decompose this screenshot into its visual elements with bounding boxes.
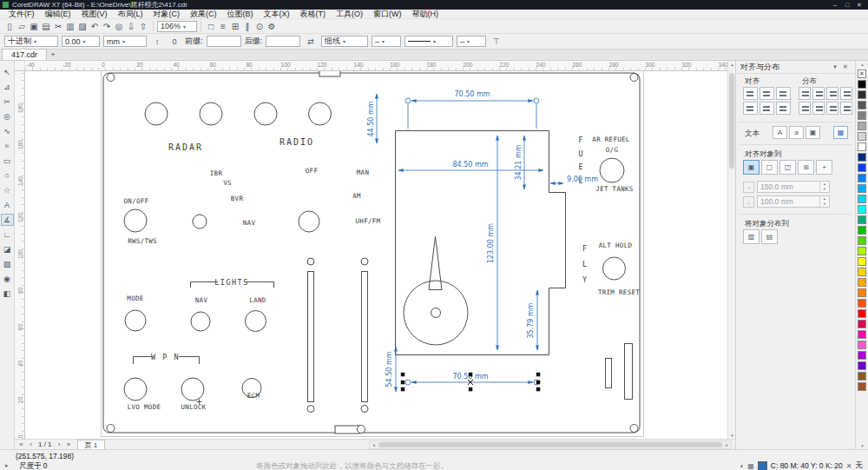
gauge-circle[interactable]	[404, 281, 468, 345]
new-document-icon[interactable]: ▯	[3, 20, 16, 32]
dimension-style-combo[interactable]: 十进制	[4, 36, 58, 47]
color-swatch[interactable]	[858, 101, 866, 109]
text-options-button[interactable]: ▦	[833, 126, 848, 139]
dimension-anchor[interactable]	[405, 380, 411, 385]
dynamic-dimensioning-toggle[interactable]: ⇄	[304, 36, 318, 48]
document-tab-417[interactable]: 417.cdr	[2, 49, 47, 60]
dim-inner-width[interactable]: 84.50 mm	[452, 161, 488, 169]
panel-top-notch[interactable]	[319, 71, 340, 76]
next-page-button[interactable]: ›	[55, 440, 64, 448]
panel-label[interactable]: OFF	[306, 167, 319, 175]
color-swatch[interactable]	[858, 382, 866, 391]
panel-label[interactable]: NAV	[195, 296, 208, 304]
color-swatch[interactable]	[858, 341, 866, 349]
horizontal-scroll-thumb[interactable]	[378, 442, 722, 447]
shadow-tool[interactable]: ◪	[1, 243, 14, 255]
import-icon[interactable]: ⇩	[125, 20, 137, 32]
distribute-to-page-button[interactable]: ▤	[761, 229, 778, 244]
no-color-swatch[interactable]: ✕	[858, 70, 866, 78]
knob-hole[interactable]	[191, 312, 210, 331]
show-rulers-icon[interactable]: ≡	[217, 20, 229, 32]
color-swatch[interactable]	[858, 184, 866, 193]
paste-icon[interactable]: ▨	[76, 20, 89, 32]
color-swatch[interactable]	[858, 288, 866, 297]
new-tab-button[interactable]: +	[47, 50, 59, 60]
distribute-right-button[interactable]	[840, 87, 852, 100]
distribute-top-button[interactable]	[799, 102, 811, 115]
color-swatch[interactable]	[858, 361, 866, 370]
align-center-vertical-button[interactable]	[760, 102, 774, 115]
slot[interactable]	[625, 344, 633, 400]
slot-hole[interactable]	[361, 258, 368, 265]
panel-label[interactable]: O/G	[606, 146, 619, 154]
docker-close-icon[interactable]: ✕	[840, 61, 851, 73]
undo-icon[interactable]: ↶	[89, 20, 101, 32]
color-swatch[interactable]	[858, 351, 866, 360]
ruler-h[interactable]: -40-200204060801001201401601802002202402…	[25, 61, 727, 71]
color-swatch[interactable]	[858, 320, 866, 328]
color-swatch[interactable]	[858, 132, 866, 141]
pick-tool[interactable]: ↖	[1, 66, 14, 78]
shape-tool[interactable]: ⊿	[1, 81, 14, 93]
menu-edit[interactable]: 编辑(E)	[40, 10, 76, 19]
screw-hole[interactable]	[630, 74, 638, 82]
prev-page-button[interactable]: ‹	[26, 440, 36, 448]
slot-hole[interactable]	[307, 258, 314, 265]
ellipse-tool[interactable]: ○	[1, 169, 14, 182]
redo-icon[interactable]: ↷	[101, 20, 113, 32]
gauge-center-hole[interactable]	[431, 308, 441, 318]
suffix-input[interactable]	[266, 36, 300, 47]
drawing-canvas[interactable]: RADAR RADIO IBR VS OFF MAN BVR AM ON/OFF…	[25, 71, 727, 439]
needle-shape[interactable]	[429, 236, 442, 290]
panel-label[interactable]: ECM	[247, 392, 260, 400]
show-grid-icon[interactable]: ⊞	[229, 20, 241, 32]
color-swatch[interactable]	[858, 278, 866, 287]
menu-window[interactable]: 窗口(W)	[368, 10, 407, 19]
rectangle-tool[interactable]: ▭	[1, 155, 14, 167]
panel-label[interactable]: UHF/FM	[356, 217, 381, 225]
connector-tool[interactable]: ∟	[1, 228, 14, 241]
docker-flyout-icon[interactable]: ▾	[830, 61, 840, 73]
document-palette-icon[interactable]: ▦	[747, 462, 754, 470]
color-swatch[interactable]	[858, 372, 866, 381]
color-swatch[interactable]	[858, 215, 866, 224]
text-bounding-box-button[interactable]: ▣	[806, 126, 820, 139]
panel-label[interactable]: RWS/TWS	[128, 237, 157, 245]
panel-label[interactable]: MAN	[357, 169, 369, 176]
screw-hole[interactable]	[630, 425, 638, 433]
panel-label-fuel[interactable]: F	[578, 136, 582, 144]
panel-label-radio[interactable]: RADIO	[279, 137, 314, 147]
color-swatch[interactable]	[858, 111, 866, 120]
knob-hole[interactable]	[124, 378, 147, 400]
distribute-bottom-button[interactable]	[840, 102, 852, 115]
color-swatch[interactable]	[858, 247, 866, 255]
text-baseline-button[interactable]: a	[789, 126, 804, 139]
color-swatch[interactable]	[858, 174, 866, 182]
first-page-button[interactable]: «	[16, 440, 26, 448]
menu-effects[interactable]: 效果(C)	[185, 10, 222, 19]
minimize-button[interactable]: –	[829, 0, 841, 10]
snap-to-icon[interactable]: ⊙	[253, 20, 266, 32]
export-icon[interactable]: ⇧	[137, 20, 149, 32]
color-swatch[interactable]	[858, 195, 866, 203]
prefix-input[interactable]	[207, 36, 241, 47]
maximize-button[interactable]: □	[841, 0, 853, 10]
color-swatch[interactable]	[858, 142, 866, 151]
color-swatch[interactable]	[858, 90, 866, 99]
knob-hole[interactable]	[309, 103, 332, 125]
align-point-x-field[interactable]: 150.0 mm ▴ ▾	[757, 181, 830, 193]
slot[interactable]	[606, 359, 612, 388]
color-swatch[interactable]	[858, 80, 866, 89]
align-to-page-center-button[interactable]: ◫	[779, 160, 796, 175]
align-to-grid-button[interactable]: ⊞	[798, 160, 814, 175]
menu-file[interactable]: 文件(F)	[3, 10, 40, 19]
palette-up-icon[interactable]: ▴	[856, 62, 868, 67]
panel-label-lights[interactable]: LIGHTS	[214, 278, 249, 287]
dimension-precision-combo[interactable]: 0.00	[62, 36, 100, 47]
copy-icon[interactable]: ▥	[64, 20, 76, 32]
align-point-y-field[interactable]: 100.0 mm ▴ ▾	[757, 195, 830, 208]
dimension-anchor[interactable]	[405, 98, 411, 103]
knob-hole[interactable]	[299, 211, 319, 232]
last-page-button[interactable]: »	[64, 440, 74, 448]
panel-label-fly[interactable]: Y	[582, 275, 587, 284]
